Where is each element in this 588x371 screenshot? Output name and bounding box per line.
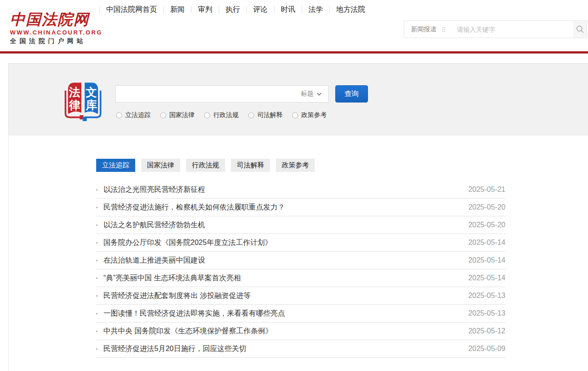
news-date: 2025-05-14 bbox=[468, 239, 505, 247]
bullet-icon bbox=[96, 295, 98, 297]
news-title-link[interactable]: 以法之名护航民营经济勃勃生机 bbox=[103, 220, 205, 230]
nav-divider bbox=[219, 6, 219, 13]
radio-icon bbox=[248, 112, 254, 118]
nav-divider bbox=[274, 6, 274, 13]
chevron-down-icon bbox=[317, 93, 322, 96]
nav-divider bbox=[246, 6, 247, 13]
search-icon bbox=[576, 25, 584, 34]
main-container: 法 律 文 库 标题 查询 立法追踪 国家法律 bbox=[8, 63, 588, 371]
nav-item-enforcement[interactable]: 执行 bbox=[225, 5, 240, 15]
site-logo[interactable]: 中国法院网 WWW.CHINACOURT.ORG 全国法院门户网站 bbox=[10, 11, 94, 45]
table-row: 以法治之光照亮民营经济新征程 2025-05-21 bbox=[96, 181, 505, 199]
bullet-icon bbox=[96, 313, 98, 314]
radio-national-laws[interactable]: 国家法律 bbox=[160, 111, 195, 119]
tab-legislation-tracking[interactable]: 立法追踪 bbox=[96, 159, 135, 172]
radio-icon bbox=[292, 112, 298, 118]
search-category-selector[interactable]: 新闻报道 bbox=[411, 25, 436, 34]
news-title-link[interactable]: 一图读懂！民营经济促进法即将实施，来看看有哪些亮点 bbox=[103, 309, 285, 318]
tab-national-laws[interactable]: 国家法律 bbox=[141, 159, 180, 172]
svg-text:律: 律 bbox=[69, 99, 80, 111]
nav-item-commentary[interactable]: 评论 bbox=[253, 5, 268, 15]
content-column: 立法追踪 国家法律 行政法规 司法解释 政策参考 以法治之光照亮民营经济新征程 … bbox=[96, 159, 505, 358]
table-row: 国务院办公厅印发《国务院2025年度立法工作计划》 2025-05-14 bbox=[96, 234, 505, 252]
library-filter-radios: 立法追踪 国家法律 行政法规 司法解释 政策参考 bbox=[116, 111, 336, 119]
radio-administrative-regulations[interactable]: 行政法规 bbox=[204, 111, 239, 119]
bullet-icon bbox=[96, 278, 98, 279]
library-query-input[interactable] bbox=[116, 90, 301, 98]
svg-text:文: 文 bbox=[85, 86, 97, 98]
table-row: 中共中央 国务院印发《生态环境保护督察工作条例》 2025-05-12 bbox=[96, 322, 505, 340]
tab-administrative-regulations[interactable]: 行政法规 bbox=[186, 159, 225, 172]
header-search-input[interactable] bbox=[457, 26, 573, 33]
bullet-icon bbox=[96, 331, 98, 332]
logo-wordmark: 中国法院网 bbox=[10, 11, 94, 28]
brand-red-divider bbox=[0, 51, 588, 54]
news-date: 2025-05-13 bbox=[468, 309, 505, 317]
bullet-icon bbox=[96, 207, 98, 208]
radio-icon bbox=[204, 112, 210, 118]
table-row: 民营经济促进法施行，检察机关如何依法履职重点发力？ 2025-05-20 bbox=[96, 199, 505, 216]
search-field-select[interactable]: 标题 bbox=[301, 90, 328, 98]
nav-divider bbox=[191, 6, 191, 13]
nav-divider bbox=[302, 6, 302, 13]
news-title-link[interactable]: 民营经济促进法配套制度将出 涉投融资促进等 bbox=[103, 291, 250, 301]
bullet-icon bbox=[96, 260, 98, 261]
news-title-link[interactable]: 在法治轨道上推进美丽中国建设 bbox=[103, 256, 205, 265]
nav-divider bbox=[99, 6, 100, 13]
category-tabs: 立法追踪 国家法律 行政法规 司法解释 政策参考 bbox=[96, 159, 505, 172]
radio-legislation-tracking[interactable]: 立法追踪 bbox=[116, 111, 151, 119]
logo-url: WWW.CHINACOURT.ORG bbox=[10, 29, 94, 36]
bullet-icon bbox=[96, 348, 98, 350]
nav-item-bulletin[interactable]: 时讯 bbox=[281, 5, 295, 15]
news-date: 2025-05-13 bbox=[468, 292, 505, 300]
news-date: 2025-05-14 bbox=[468, 256, 505, 264]
svg-text:库: 库 bbox=[85, 99, 97, 111]
library-query-field-wrap: 标题 bbox=[115, 85, 328, 103]
nav-item-legal-studies[interactable]: 法学 bbox=[309, 5, 323, 15]
news-date: 2025-05-21 bbox=[468, 186, 505, 194]
news-date: 2025-05-09 bbox=[468, 345, 505, 353]
top-navigation: 中国法院网首页 新闻 审判 执行 评论 时讯 法学 地方法院 bbox=[93, 4, 365, 15]
table-row: 民营经济促进法5月20日施行，回应这些关切 2025-05-09 bbox=[96, 340, 505, 358]
tab-judicial-interpretations[interactable]: 司法解释 bbox=[231, 159, 270, 172]
news-title-link[interactable]: 国务院办公厅印发《国务院2025年度立法工作计划》 bbox=[103, 238, 272, 248]
bullet-icon bbox=[96, 242, 98, 244]
law-library-logo: 法 律 文 库 bbox=[62, 78, 104, 122]
news-title-link[interactable]: 中共中央 国务院印发《生态环境保护督察工作条例》 bbox=[103, 327, 272, 336]
table-row: 在法治轨道上推进美丽中国建设 2025-05-14 bbox=[96, 252, 505, 269]
nav-item-news[interactable]: 新闻 bbox=[170, 5, 185, 15]
table-row: “典”亮美丽中国 生态环境法典草案首次亮相 2025-05-14 bbox=[96, 269, 505, 287]
news-title-link[interactable]: 以法治之光照亮民营经济新征程 bbox=[103, 185, 205, 195]
nav-divider bbox=[163, 6, 164, 13]
news-date: 2025-05-20 bbox=[468, 221, 505, 229]
nav-divider bbox=[329, 6, 330, 13]
svg-text:法: 法 bbox=[69, 86, 80, 98]
query-button[interactable]: 查询 bbox=[335, 85, 368, 103]
dots-grid-icon bbox=[442, 27, 445, 32]
bullet-icon bbox=[96, 225, 98, 226]
search-field-selected-value: 标题 bbox=[301, 90, 314, 98]
tab-policy-reference[interactable]: 政策参考 bbox=[276, 159, 315, 172]
news-date: 2025-05-14 bbox=[468, 274, 505, 282]
news-title-link[interactable]: 民营经济促进法5月20日施行，回应这些关切 bbox=[103, 344, 246, 354]
table-row: 民营经济促进法配套制度将出 涉投融资促进等 2025-05-13 bbox=[96, 287, 505, 305]
news-date: 2025-05-12 bbox=[468, 327, 505, 335]
law-library-search-panel: 法 律 文 库 标题 查询 立法追踪 国家法律 bbox=[9, 63, 588, 136]
table-row: 以法之名护航民营经济勃勃生机 2025-05-20 bbox=[96, 216, 505, 234]
news-date: 2025-05-20 bbox=[468, 203, 505, 211]
table-row: 一图读懂！民营经济促进法即将实施，来看看有哪些亮点 2025-05-13 bbox=[96, 305, 505, 322]
radio-icon bbox=[160, 112, 166, 118]
header-search-box: 新闻报道 bbox=[404, 20, 587, 38]
radio-icon bbox=[116, 112, 122, 118]
radio-policy-reference[interactable]: 政策参考 bbox=[292, 111, 327, 119]
header-search-button[interactable] bbox=[573, 21, 587, 38]
bullet-icon bbox=[96, 189, 98, 190]
nav-item-trial[interactable]: 审判 bbox=[198, 5, 212, 15]
nav-item-local-courts[interactable]: 地方法院 bbox=[336, 5, 365, 15]
news-title-link[interactable]: 民营经济促进法施行，检察机关如何依法履职重点发力？ bbox=[103, 203, 285, 212]
site-header: 中国法院网 WWW.CHINACOURT.ORG 全国法院门户网站 中国法院网首… bbox=[0, 0, 588, 51]
nav-item-home[interactable]: 中国法院网首页 bbox=[106, 5, 157, 15]
radio-judicial-interpretations[interactable]: 司法解释 bbox=[248, 111, 283, 119]
news-list: 以法治之光照亮民营经济新征程 2025-05-21 民营经济促进法施行，检察机关… bbox=[96, 181, 505, 358]
news-title-link[interactable]: “典”亮美丽中国 生态环境法典草案首次亮相 bbox=[103, 273, 241, 283]
